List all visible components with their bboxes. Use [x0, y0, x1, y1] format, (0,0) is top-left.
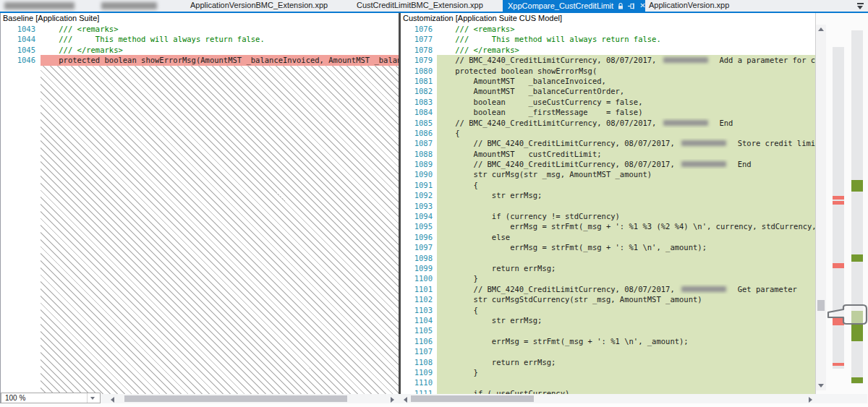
code-text: errMsg = strFmt(_msg + ': %1 \n', _amoun… — [437, 242, 815, 252]
line-number: 1111 — [411, 388, 437, 394]
tab-list-dropdown-icon[interactable] — [857, 2, 864, 9]
line-number: 1084 — [411, 107, 437, 117]
line-number: 1080 — [411, 66, 437, 76]
customization-pane-header: Customization [Application Suite CUS Mod… — [401, 13, 817, 24]
code-text: /// <remarks> — [437, 24, 815, 34]
code-line-1107: 1107 — [401, 346, 815, 356]
active-tab-label: XppCompare_CustCreditLimit — [503, 1, 613, 10]
code-text: str errMsg; — [437, 190, 815, 200]
code-text: str errMsg; — [437, 315, 815, 325]
line-number: 1103 — [411, 305, 437, 315]
tab-custcreditlimitbmc-extension[interactable]: CustCreditLimitBMC_Extension.xpp — [357, 1, 483, 9]
lock-icon — [618, 3, 624, 9]
code-text: if (currency != stdCurrency) — [437, 211, 815, 221]
code-text: boolean _useCustCurrency = false, — [437, 97, 815, 107]
code-text: protected boolean showErrorMsg( — [437, 66, 815, 76]
code-line-1092: 1092 str errMsg; — [401, 190, 815, 200]
redacted-text — [681, 140, 726, 146]
code-line-1082: 1082 AmountMST _balanceCurrentOrder, — [401, 86, 815, 96]
diff-placeholder-hatch — [41, 66, 399, 394]
code-line-1086: 1086 { — [401, 128, 815, 138]
code-line-1079: 1079 // BMC_4240_CreditLimitCurrency, 08… — [401, 55, 815, 65]
close-icon[interactable]: ✕ — [639, 2, 645, 9]
code-text: /// </remarks> — [437, 45, 815, 55]
line-number: 1102 — [411, 294, 437, 304]
code-line-1085: 1085 // BMC_4240_CreditLimitCurrency, 08… — [401, 118, 815, 128]
code-text: { — [437, 180, 815, 190]
code-line-1076: 1076 /// <remarks> — [401, 24, 815, 34]
line-number: 1105 — [411, 325, 437, 335]
line-number: 1082 — [411, 86, 437, 96]
diff-mark-red[interactable] — [833, 363, 844, 366]
hscroll-right-icon-baseline[interactable] — [391, 397, 394, 403]
diff-mark-green[interactable] — [851, 180, 863, 192]
code-text: else — [437, 232, 815, 242]
code-text — [437, 377, 815, 387]
code-text: return errMsg; — [437, 357, 815, 367]
zoom-select[interactable]: 100 % — [1, 393, 101, 403]
tab-redacted-2[interactable] — [101, 2, 157, 9]
line-number: 1107 — [411, 346, 437, 356]
baseline-pane-header: Baseline [Application Suite] — [1, 13, 401, 24]
line-number: 1092 — [411, 190, 437, 200]
tab-applicationversionbmc-extension[interactable]: ApplicationVersionBMC_Extension.xpp — [190, 1, 328, 9]
diff-mark-red[interactable] — [833, 196, 844, 200]
hscroll-left-icon-baseline[interactable] — [111, 397, 114, 403]
line-number: 1045 — [10, 45, 41, 55]
code-text: /// This method will always return false… — [41, 34, 399, 44]
diff-mark-green[interactable] — [851, 377, 863, 383]
line-number: 1097 — [411, 242, 437, 252]
line-number: 1044 — [10, 34, 41, 44]
line-number: 1087 — [411, 138, 437, 148]
code-line-1045: 1045 /// </remarks> — [1, 45, 399, 55]
code-line-1105: 1105 — [401, 325, 815, 335]
line-number: 1096 — [411, 232, 437, 242]
zoom-value: 100 % — [5, 393, 25, 403]
code-text — [437, 253, 815, 263]
line-number: 1110 — [411, 377, 437, 387]
code-text: errMsg = strFmt(_msg + ': %1 \n', _amoun… — [437, 336, 815, 346]
code-line-1089: 1089 // BMC_4240_CreditLimitCurrency, 08… — [401, 159, 815, 169]
code-text: AmountMST _balanceCurrentOrder, — [437, 86, 815, 96]
code-line-1102: 1102 str curMsgStdCurrency(str _msg, Amo… — [401, 294, 815, 304]
vertical-scrollbar-thumb[interactable] — [817, 300, 825, 311]
code-line-1101: 1101 // BMC_4240_CreditLimitCurrency, 08… — [401, 284, 815, 294]
vertical-scrollbar[interactable] — [816, 25, 826, 390]
code-line-1078: 1078 /// </remarks> — [401, 45, 815, 55]
tab-applicationversion[interactable]: ApplicationVersion.xpp — [649, 1, 729, 9]
line-number: 1043 — [10, 24, 41, 34]
line-number: 1088 — [411, 149, 437, 159]
diff-mark-green[interactable] — [851, 254, 863, 262]
position-handle-icon[interactable] — [827, 301, 868, 327]
line-number: 1095 — [411, 221, 437, 231]
scroll-down-icon[interactable] — [818, 384, 824, 387]
hscroll-right-icon-customization[interactable] — [809, 397, 812, 403]
line-number: 1094 — [411, 211, 437, 221]
pin-icon[interactable] — [628, 3, 635, 9]
code-text — [437, 346, 815, 356]
chevron-down-icon[interactable] — [87, 393, 99, 403]
customization-code-area[interactable]: 1076 /// <remarks>1077 /// This method w… — [401, 24, 815, 394]
code-text: if (_useCustCurrency) — [437, 388, 815, 394]
tab-xppcompare-custcreditlimit[interactable]: XppCompare_CustCreditLimit ✕ — [503, 0, 645, 12]
horizontal-scrollbar-thumb-customization[interactable] — [411, 395, 534, 402]
diff-mark-red[interactable] — [833, 201, 844, 205]
hscroll-left-icon-customization[interactable] — [404, 397, 407, 403]
line-number: 1085 — [411, 118, 437, 128]
code-text: // BMC_4240_CreditLimitCurrency, 08/07/2… — [437, 284, 815, 294]
diff-mark-red[interactable] — [833, 263, 844, 268]
line-number: 1083 — [411, 97, 437, 107]
code-text: AmountMST custCreditLimit; — [437, 149, 815, 159]
scroll-up-icon[interactable] — [818, 27, 824, 31]
code-text: AmountMST _balanceInvoiced, — [437, 76, 815, 86]
horizontal-scrollbar-thumb-baseline[interactable] — [124, 395, 347, 402]
redacted-text — [663, 57, 708, 63]
line-number: 1076 — [411, 24, 437, 34]
code-text: errMsg = strFmt(_msg + ': %1 %3 (%2 %4) … — [437, 221, 815, 231]
bottom-edge — [0, 403, 868, 407]
line-number: 1100 — [411, 273, 437, 283]
code-text — [437, 325, 815, 335]
tab-redacted-1[interactable] — [4, 2, 75, 9]
redacted-text — [681, 286, 726, 292]
customization-diff-overview-track[interactable] — [851, 30, 863, 384]
